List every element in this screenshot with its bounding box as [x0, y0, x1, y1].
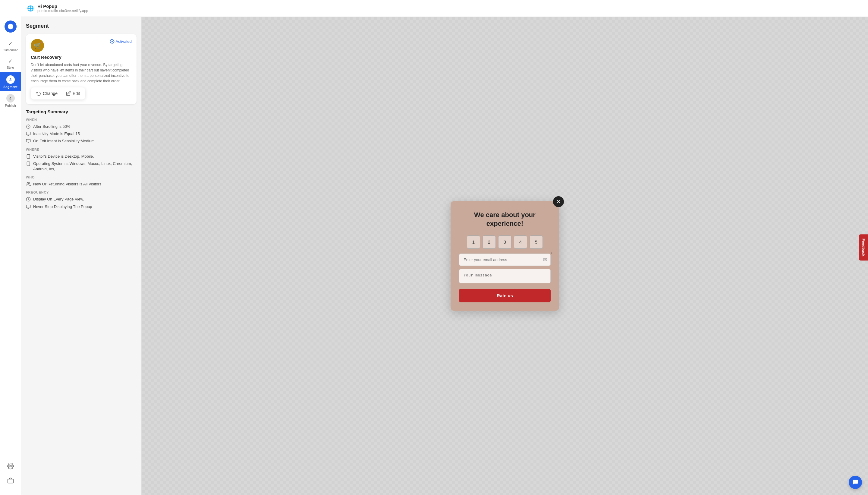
rating-4[interactable]: 4	[514, 236, 527, 249]
when-item-3: On Exit Intent is Sensibility:Medium	[33, 138, 94, 144]
where-item-2: Operating System is Windows, Macos, Linu…	[33, 161, 137, 172]
app-url: poetic-muffin-cbc3ee.netlify.app	[37, 9, 88, 13]
targeting-item-inactivity: Inactivity Mode is Equal 15	[26, 131, 137, 137]
left-nav: ✓ Customize ✓ Style 3 Segment 4 Publish	[0, 0, 21, 495]
visitors-icon	[26, 182, 31, 187]
svg-point-16	[27, 182, 28, 184]
device-icon	[26, 154, 31, 159]
frequency-item-2: Never Stop Displaying The Popup	[33, 204, 92, 209]
svg-point-0	[7, 24, 13, 29]
rate-button[interactable]: Rate us	[459, 289, 551, 302]
close-icon: ✕	[556, 198, 561, 205]
os-icon	[26, 161, 31, 166]
frequency-icon-2	[26, 204, 31, 209]
svg-rect-9	[26, 139, 30, 142]
briefcase-button[interactable]	[4, 475, 17, 487]
nav-bottom	[4, 460, 17, 491]
segment-card: 🛒 Activated Cart Recovery Don't let aban…	[26, 34, 137, 104]
targeting-item-scroll: After Scrolling is 50%	[26, 124, 137, 129]
svg-rect-14	[27, 161, 30, 166]
targeting-title: Targeting Summary	[26, 109, 137, 114]
targeting-item-device: Visitor's Device is Desktop, Mobile,	[26, 154, 137, 159]
chat-bubble-button[interactable]	[849, 476, 862, 489]
main-content: ✕ We care about your experience! 1 2 3 4…	[142, 17, 868, 495]
app-title: Hi Popup	[37, 4, 88, 9]
globe-icon: 🌐	[27, 5, 34, 12]
top-bar: 🌐 Hi Popup poetic-muffin-cbc3ee.netlify.…	[21, 0, 868, 17]
rating-1[interactable]: 1	[467, 236, 480, 249]
svg-rect-12	[27, 154, 30, 158]
rating-5[interactable]: 5	[530, 236, 543, 249]
activated-badge: Activated	[110, 39, 132, 44]
where-item-1: Visitor's Device is Desktop, Mobile,	[33, 154, 94, 159]
nav-label-customize: Customize	[3, 48, 18, 52]
change-label: Change	[43, 91, 57, 96]
svg-point-1	[10, 465, 12, 467]
inactivity-icon	[26, 132, 31, 136]
feedback-tab[interactable]: Feedback	[859, 234, 868, 260]
who-label: WHO	[26, 175, 137, 179]
sidebar-item-publish[interactable]: 4 Publish	[0, 91, 21, 110]
nav-label-style: Style	[7, 66, 14, 69]
scroll-icon	[26, 124, 31, 129]
segment-card-header: 🛒 Activated	[31, 39, 132, 52]
settings-button[interactable]	[4, 460, 17, 472]
change-icon	[36, 91, 41, 96]
cart-icon: 🛒	[31, 39, 44, 52]
rating-row: 1 2 3 4 5	[459, 236, 551, 249]
when-label: WHEN	[26, 118, 137, 121]
segment-description: Don't let abandoned carts hurt your reve…	[31, 62, 132, 84]
targeting-item-os: Operating System is Windows, Macos, Linu…	[26, 161, 137, 172]
who-item-1: New Or Returning Visitors is All Visitor…	[33, 182, 101, 187]
activated-label: Activated	[116, 39, 132, 44]
svg-rect-18	[26, 205, 30, 208]
when-item-2: Inactivity Mode is Equal 15	[33, 131, 80, 137]
rating-2[interactable]: 2	[483, 236, 496, 249]
when-item-1: After Scrolling is 50%	[33, 124, 71, 129]
sidebar-item-style[interactable]: ✓ Style	[0, 55, 21, 72]
chat-icon	[852, 479, 859, 486]
required-asterisk: *	[551, 252, 553, 256]
activated-check-icon	[110, 39, 115, 44]
targeting-item-visitors: New Or Returning Visitors is All Visitor…	[26, 182, 137, 187]
nav-logo[interactable]	[4, 20, 17, 33]
popup-modal: ✕ We care about your experience! 1 2 3 4…	[451, 201, 559, 310]
change-button[interactable]: Change	[32, 89, 62, 98]
step-number-publish: 4	[6, 94, 15, 102]
frequency-item-1: Display On Every Page View.	[33, 197, 84, 202]
email-input[interactable]	[459, 254, 551, 266]
nav-label-segment: Segment	[3, 85, 17, 89]
edit-button[interactable]: Edit	[62, 89, 84, 98]
edit-label: Edit	[73, 91, 80, 96]
nav-label-publish: Publish	[5, 104, 16, 107]
sidebar-item-customize[interactable]: ✓ Customize	[0, 37, 21, 55]
rate-button-label: Rate us	[497, 293, 513, 298]
step-number-segment: 3	[6, 75, 15, 84]
email-icon: ✉	[543, 257, 547, 262]
svg-rect-2	[7, 479, 13, 483]
sidebar-title: Segment	[26, 23, 137, 29]
targeting-item-frequency-1: Display On Every Page View.	[26, 197, 137, 202]
targeting-item-frequency-2: Never Stop Displaying The Popup	[26, 204, 137, 209]
rating-3[interactable]: 3	[498, 236, 511, 249]
frequency-icon-1	[26, 197, 31, 202]
segment-actions: Change Edit	[31, 87, 85, 100]
edit-icon	[66, 91, 71, 96]
exit-icon	[26, 139, 31, 143]
message-input[interactable]	[459, 269, 551, 284]
sidebar-item-segment[interactable]: 3 Segment	[0, 72, 21, 91]
feedback-label: Feedback	[861, 238, 865, 256]
popup-title: We care about your experience!	[459, 211, 551, 228]
targeting-item-exit: On Exit Intent is Sensibility:Medium	[26, 138, 137, 144]
email-input-wrap: * ✉	[459, 254, 551, 266]
sidebar-panel: Segment 🛒 Activated Cart Recovery Don't …	[21, 17, 142, 495]
targeting-summary: Targeting Summary WHEN After Scrolling i…	[26, 109, 137, 209]
segment-name: Cart Recovery	[31, 54, 132, 60]
svg-rect-6	[26, 132, 30, 135]
where-label: WHERE	[26, 148, 137, 151]
check-icon-style: ✓	[8, 58, 13, 65]
frequency-label: FREQUENCY	[26, 190, 137, 194]
check-icon-customize: ✓	[8, 40, 13, 47]
